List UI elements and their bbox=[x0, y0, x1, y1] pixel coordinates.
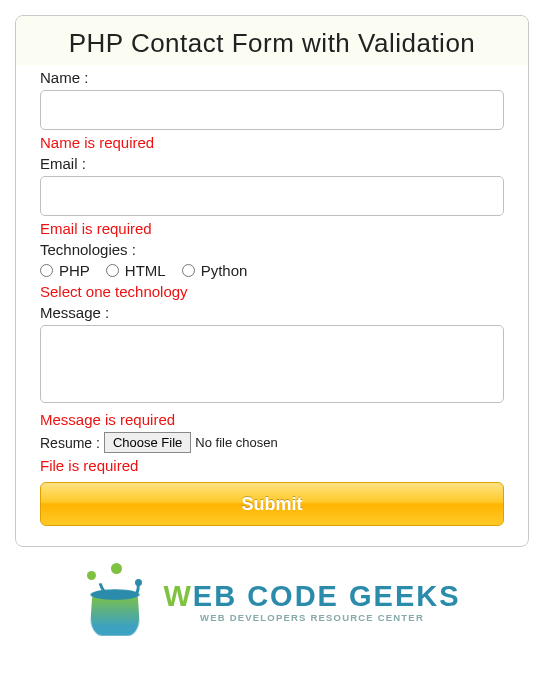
logo-title-rest: EB CODE GEEKS bbox=[193, 580, 461, 612]
message-group: Message : Message is required bbox=[40, 304, 504, 428]
choose-file-button[interactable]: Choose File bbox=[104, 432, 191, 453]
page-title: PHP Contact Form with Validation bbox=[38, 28, 506, 59]
technologies-label: Technologies : bbox=[40, 241, 504, 258]
name-error: Name is required bbox=[40, 134, 504, 151]
logo: WEB CODE GEEKS WEB DEVELOPERS RESOURCE C… bbox=[83, 565, 460, 640]
logo-title: WEB CODE GEEKS bbox=[163, 582, 460, 611]
submit-button[interactable]: Submit bbox=[40, 482, 504, 526]
email-input[interactable] bbox=[40, 176, 504, 216]
tech-option-label[interactable]: PHP bbox=[59, 262, 90, 279]
technologies-group: Technologies : PHP HTML Python Select on… bbox=[40, 241, 504, 300]
tech-option-label[interactable]: HTML bbox=[125, 262, 166, 279]
logo-mark-icon bbox=[83, 565, 153, 640]
technologies-error: Select one technology bbox=[40, 283, 504, 300]
file-status: No file chosen bbox=[195, 435, 277, 450]
form-card: PHP Contact Form with Validation Name : … bbox=[15, 15, 529, 547]
tech-radio-php[interactable] bbox=[40, 264, 53, 277]
logo-title-w: W bbox=[163, 580, 192, 612]
footer-logo-area: WEB CODE GEEKS WEB DEVELOPERS RESOURCE C… bbox=[15, 565, 529, 644]
resume-row: Resume : Choose File No file chosen bbox=[40, 432, 504, 453]
message-error: Message is required bbox=[40, 411, 504, 428]
email-label: Email : bbox=[40, 155, 504, 172]
message-input[interactable] bbox=[40, 325, 504, 403]
tech-radio-html[interactable] bbox=[106, 264, 119, 277]
resume-label: Resume : bbox=[40, 435, 100, 451]
name-group: Name : Name is required bbox=[40, 69, 504, 151]
name-label: Name : bbox=[40, 69, 504, 86]
resume-group: Resume : Choose File No file chosen File… bbox=[40, 432, 504, 474]
message-label: Message : bbox=[40, 304, 504, 321]
technologies-options: PHP HTML Python bbox=[40, 262, 504, 279]
form-body: Name : Name is required Email : Email is… bbox=[38, 69, 506, 526]
email-error: Email is required bbox=[40, 220, 504, 237]
title-area: PHP Contact Form with Validation bbox=[16, 16, 528, 65]
logo-text: WEB CODE GEEKS WEB DEVELOPERS RESOURCE C… bbox=[163, 582, 460, 623]
resume-error: File is required bbox=[40, 457, 504, 474]
name-input[interactable] bbox=[40, 90, 504, 130]
email-group: Email : Email is required bbox=[40, 155, 504, 237]
tech-radio-python[interactable] bbox=[182, 264, 195, 277]
logo-subtitle: WEB DEVELOPERS RESOURCE CENTER bbox=[163, 613, 460, 623]
tech-option-label[interactable]: Python bbox=[201, 262, 248, 279]
